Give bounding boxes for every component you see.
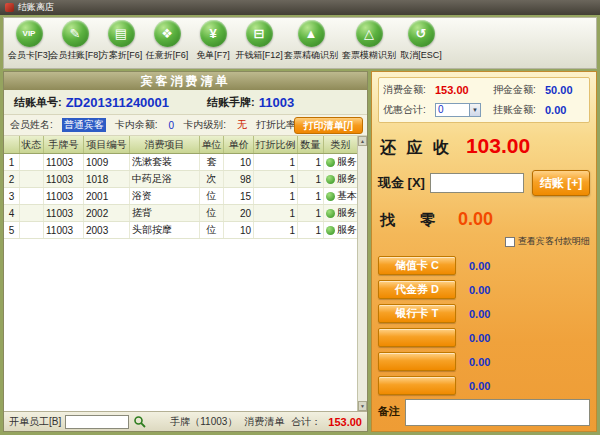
change-label: 找 零 xyxy=(380,211,440,230)
payment-row: 0.00 xyxy=(378,328,590,347)
payment-row: 银行卡 T 0.00 xyxy=(378,304,590,323)
brand-no-label: 结账手牌: xyxy=(207,95,255,110)
bill-no-label: 结账单号: xyxy=(14,95,62,110)
toolbar-button-member-card[interactable]: VIP 会员卡[F3] xyxy=(6,20,52,68)
any-discount-icon: ❖ xyxy=(154,20,181,47)
amount-due-value: 103.00 xyxy=(466,134,530,158)
payment-button-6[interactable] xyxy=(378,376,456,395)
discount-total-value: 0 xyxy=(436,104,469,116)
vip-card-icon: VIP xyxy=(16,20,43,47)
member-name-value[interactable]: 普通宾客 xyxy=(62,118,106,132)
app-icon xyxy=(5,3,14,12)
checkout-window: 结账离店 VIP 会员卡[F3] ✎ 会员挂账[F8] ▤ 方案折[F6] ❖ … xyxy=(0,0,600,435)
payment-methods: 储值卡 C 0.00 代金券 D 0.00 银行卡 T 0.00 0.00 xyxy=(378,256,590,395)
scroll-down-icon[interactable]: ▼ xyxy=(358,401,367,411)
table-row[interactable]: 1 11003 1009 洗漱套装 套 10 1 1 服务 xyxy=(4,154,357,171)
search-icon[interactable] xyxy=(133,415,146,428)
payment-detail-checkbox[interactable] xyxy=(505,237,515,247)
window-title: 结账离店 xyxy=(18,0,54,15)
member-info-row: 会员姓名: 普通宾客 卡内余额: 0 卡内级别: 无 打折比率: 打印清单[/] xyxy=(4,115,367,136)
payment-detail-option: 查看宾客付款明细 xyxy=(378,235,590,248)
item-status-dot-icon xyxy=(326,209,335,218)
free-icon: ¥ xyxy=(200,20,227,47)
item-status-dot-icon xyxy=(326,175,335,184)
stored-card-button[interactable]: 储值卡 C xyxy=(378,256,456,275)
voucher-value: 0.00 xyxy=(469,284,490,296)
print-list-button[interactable]: 打印清单[/] xyxy=(294,117,363,134)
toolbar-button-ticket-exact[interactable]: ▲ 套票精确识别 xyxy=(282,20,340,68)
consumption-table: 状态 手牌号 项目编号 消费项目 单位 单价 打折比例 数量 类别 1 1100… xyxy=(4,136,367,411)
voucher-button[interactable]: 代金券 D xyxy=(378,280,456,299)
payment-value-4: 0.00 xyxy=(469,332,490,344)
deposit-label: 押金金额: xyxy=(493,83,545,97)
consume-label: 消费金额: xyxy=(383,83,435,97)
change-row: 找 零 0.00 xyxy=(380,209,588,230)
payment-value-6: 0.00 xyxy=(469,380,490,392)
chevron-down-icon[interactable]: ▼ xyxy=(469,104,480,116)
amount-summary-box: 消费金额: 153.00 押金金额: 50.00 优惠合计: 0 ▼ 挂账金额:… xyxy=(378,77,590,123)
toolbar-button-member-credit[interactable]: ✎ 会员挂账[F8] xyxy=(52,20,98,68)
discount-total-select[interactable]: 0 ▼ xyxy=(435,103,481,117)
cash-drawer-icon: ⊟ xyxy=(246,20,273,47)
change-value: 0.00 xyxy=(458,209,493,230)
credit-amount-value: 0.00 xyxy=(545,104,585,116)
remark-row: 备注 xyxy=(378,399,590,426)
total-label: 合计： xyxy=(291,415,321,429)
item-status-dot-icon xyxy=(326,192,335,201)
payment-row: 0.00 xyxy=(378,352,590,371)
list-label: 消费清单 xyxy=(244,415,284,429)
bill-no-value: ZD201311240001 xyxy=(66,95,169,110)
toolbar: VIP 会员卡[F3] ✎ 会员挂账[F8] ▤ 方案折[F6] ❖ 任意折[F… xyxy=(3,17,597,69)
total-value: 153.00 xyxy=(328,416,362,428)
table-scrollbar[interactable]: ▲ ▼ xyxy=(357,136,367,411)
credit-amount-label: 挂账金额: xyxy=(493,103,545,117)
clerk-label: 开单员工[B] xyxy=(9,415,61,429)
consumption-panel: 宾客消费清单 结账单号: ZD201311240001 结账手牌: 11003 … xyxy=(3,71,368,432)
table-row[interactable]: 3 11003 2001 浴资 位 15 1 1 基本 xyxy=(4,188,357,205)
item-status-dot-icon xyxy=(326,226,335,235)
discount-total-label: 优惠合计: xyxy=(383,103,435,117)
deposit-value: 50.00 xyxy=(545,84,585,96)
left-status-bar: 开单员工[B] 手牌（11003） 消费清单 合计： 153.00 xyxy=(4,411,367,431)
toolbar-button-cancel[interactable]: ↺ 取消[ESC] xyxy=(398,20,444,68)
toolbar-button-ticket-fuzzy[interactable]: △ 套票模糊识别 xyxy=(340,20,398,68)
member-credit-icon: ✎ xyxy=(62,20,89,47)
table-header-row: 状态 手牌号 项目编号 消费项目 单位 单价 打折比例 数量 类别 xyxy=(4,136,357,154)
card-level-label: 卡内级别: xyxy=(183,118,226,132)
card-balance-label: 卡内余额: xyxy=(115,118,158,132)
main-area: 宾客消费清单 结账单号: ZD201311240001 结账手牌: 11003 … xyxy=(3,71,597,432)
remark-input[interactable] xyxy=(405,399,590,426)
panel-title: 宾客消费清单 xyxy=(4,72,367,90)
scroll-up-icon[interactable]: ▲ xyxy=(358,136,367,146)
cash-row: 现金 [X] 结账 [+] xyxy=(378,170,590,196)
discount-rate-label: 打折比率: xyxy=(256,118,299,132)
table-row[interactable]: 4 11003 2002 搓背 位 20 1 1 服务 xyxy=(4,205,357,222)
member-name-label: 会员姓名: xyxy=(10,118,53,132)
payment-row: 0.00 xyxy=(378,376,590,395)
brand-no-value: 11003 xyxy=(259,95,294,110)
payment-button-4[interactable] xyxy=(378,328,456,347)
toolbar-button-cash-drawer[interactable]: ⊟ 开钱箱[F12] xyxy=(236,20,282,68)
payment-row: 代金券 D 0.00 xyxy=(378,280,590,299)
clerk-input[interactable] xyxy=(65,415,129,429)
payment-panel: 消费金额: 153.00 押金金额: 50.00 优惠合计: 0 ▼ 挂账金额:… xyxy=(371,71,597,432)
card-level-value: 无 xyxy=(237,118,247,132)
cancel-icon: ↺ xyxy=(408,20,435,47)
bank-card-button[interactable]: 银行卡 T xyxy=(378,304,456,323)
remark-label: 备注 xyxy=(378,404,400,419)
card-balance-value: 0 xyxy=(169,120,175,131)
settle-button[interactable]: 结账 [+] xyxy=(532,170,590,196)
toolbar-button-free[interactable]: ¥ 免单[F7] xyxy=(190,20,236,68)
amount-due-label: 还 应 收 xyxy=(380,138,452,159)
payment-row: 储值卡 C 0.00 xyxy=(378,256,590,275)
payment-button-5[interactable] xyxy=(378,352,456,371)
table-row[interactable]: 2 11003 1018 中药足浴 次 98 1 1 服务 xyxy=(4,171,357,188)
payment-value-5: 0.00 xyxy=(469,356,490,368)
toolbar-button-any-discount[interactable]: ❖ 任意折[F6] xyxy=(144,20,190,68)
cash-input[interactable] xyxy=(430,173,524,193)
consume-value: 153.00 xyxy=(435,84,493,96)
payment-detail-label: 查看宾客付款明细 xyxy=(518,235,590,248)
stored-card-value: 0.00 xyxy=(469,260,490,272)
toolbar-button-scheme-discount[interactable]: ▤ 方案折[F6] xyxy=(98,20,144,68)
table-row[interactable]: 5 11003 2003 头部按摩 位 10 1 1 服务 xyxy=(4,222,357,239)
